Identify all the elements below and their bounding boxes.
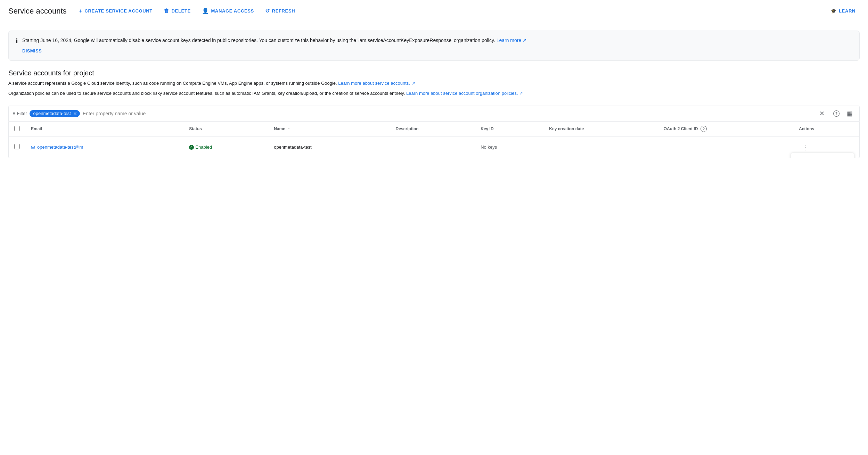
section-desc1: A service account represents a Google Cl… bbox=[8, 80, 860, 87]
email-icon: ✉ bbox=[31, 144, 35, 150]
key-id-cell: No keys bbox=[475, 136, 543, 158]
create-service-account-button[interactable]: + CREATE SERVICE ACCOUNT bbox=[75, 5, 157, 17]
sort-ascending-icon: ↑ bbox=[288, 126, 290, 131]
filter-label: ≡ Filter bbox=[13, 111, 27, 116]
learn-button[interactable]: 🎓 LEARN bbox=[827, 6, 860, 16]
description-column-header: Description bbox=[390, 122, 475, 137]
status-enabled-icon bbox=[189, 145, 194, 150]
key-creation-date-column-header: Key creation date bbox=[543, 122, 658, 137]
select-all-checkbox[interactable] bbox=[14, 126, 20, 131]
banner-content: Starting June 16, 2024, Google will auto… bbox=[22, 36, 852, 55]
dismiss-button[interactable]: DISMISS bbox=[22, 47, 42, 55]
learn-icon: 🎓 bbox=[831, 8, 837, 14]
columns-toggle-button[interactable]: ▦ bbox=[844, 108, 855, 119]
table-body: ✉ openmetadata-test@m Enabled openmetada… bbox=[9, 136, 859, 158]
info-banner: ℹ Starting June 16, 2024, Google will au… bbox=[8, 31, 860, 61]
banner-text: Starting June 16, 2024, Google will auto… bbox=[22, 36, 852, 44]
actions-dropdown-container: ⋮ Manage details Manage permissions Mana… bbox=[799, 142, 854, 153]
more-actions-button[interactable]: ⋮ bbox=[799, 142, 811, 153]
section-desc2: Organization policies can be used to sec… bbox=[8, 90, 860, 97]
service-accounts-table: Email Status Name ↑ Description Key ID bbox=[9, 122, 859, 158]
learn-more-org-policies-link[interactable]: Learn more about service account organiz… bbox=[406, 91, 523, 96]
table-row: ✉ openmetadata-test@m Enabled openmetada… bbox=[9, 136, 859, 158]
help-icon: ? bbox=[833, 110, 840, 117]
main-content: ℹ Starting June 16, 2024, Google will au… bbox=[0, 31, 868, 158]
filter-chip-remove-icon[interactable]: ✕ bbox=[73, 111, 77, 116]
refresh-icon: ↺ bbox=[265, 8, 270, 14]
info-icon: ℹ bbox=[16, 37, 18, 45]
email-link[interactable]: ✉ openmetadata-test@m bbox=[31, 144, 178, 150]
oauth2-column-header: OAuth 2 Client ID ? bbox=[658, 122, 793, 137]
table-header: Email Status Name ↑ Description Key ID bbox=[9, 122, 859, 137]
select-all-header bbox=[9, 122, 25, 137]
filter-help-button[interactable]: ? bbox=[830, 108, 841, 119]
status-cell: Enabled bbox=[183, 136, 268, 158]
table-wrapper: Email Status Name ↑ Description Key ID bbox=[8, 122, 860, 158]
oauth2-cell bbox=[658, 136, 793, 158]
create-plus-icon: + bbox=[79, 8, 83, 14]
delete-icon: 🗑 bbox=[164, 8, 170, 14]
toolbar: Service accounts + CREATE SERVICE ACCOUN… bbox=[0, 0, 868, 22]
actions-cell: ⋮ Manage details Manage permissions Mana… bbox=[793, 136, 859, 158]
columns-icon: ▦ bbox=[847, 110, 853, 117]
learn-more-accounts-link[interactable]: Learn more about service accounts. ↗ bbox=[338, 81, 415, 86]
row-checkbox-cell bbox=[9, 136, 25, 158]
filter-chip[interactable]: openmetadata-test ✕ bbox=[30, 110, 80, 117]
filter-bar: ≡ Filter openmetadata-test ✕ ✕ ? ▦ bbox=[8, 106, 860, 122]
status-column-header: Status bbox=[183, 122, 268, 137]
dropdown-menu: Manage details Manage permissions Manage… bbox=[791, 153, 854, 158]
clear-filter-button[interactable]: ✕ bbox=[816, 108, 827, 119]
manage-access-button[interactable]: 👤 MANAGE ACCESS bbox=[198, 5, 258, 17]
filter-input[interactable] bbox=[83, 111, 813, 116]
key-id-column-header: Key ID bbox=[475, 122, 543, 137]
manage-details-item[interactable]: Manage details bbox=[791, 156, 854, 158]
manage-access-icon: 👤 bbox=[202, 8, 209, 14]
section-title: Service accounts for project bbox=[8, 69, 860, 77]
filter-actions: ✕ ? ▦ bbox=[816, 108, 855, 119]
status-badge: Enabled bbox=[189, 144, 263, 150]
key-creation-date-cell bbox=[543, 136, 658, 158]
delete-button[interactable]: 🗑 DELETE bbox=[159, 5, 195, 17]
oauth2-help-icon[interactable]: ? bbox=[701, 126, 707, 132]
learn-more-banner-link[interactable]: Learn more ↗ bbox=[497, 38, 527, 43]
email-column-header: Email bbox=[25, 122, 183, 137]
name-column-header[interactable]: Name ↑ bbox=[268, 122, 390, 137]
page-title: Service accounts bbox=[8, 7, 67, 16]
description-cell bbox=[390, 136, 475, 158]
actions-column-header: Actions bbox=[793, 122, 859, 137]
email-cell: ✉ openmetadata-test@m bbox=[25, 136, 183, 158]
name-cell: openmetadata-test bbox=[268, 136, 390, 158]
refresh-button[interactable]: ↺ REFRESH bbox=[261, 5, 299, 17]
filter-lines-icon: ≡ bbox=[13, 111, 16, 116]
row-checkbox[interactable] bbox=[14, 144, 20, 149]
